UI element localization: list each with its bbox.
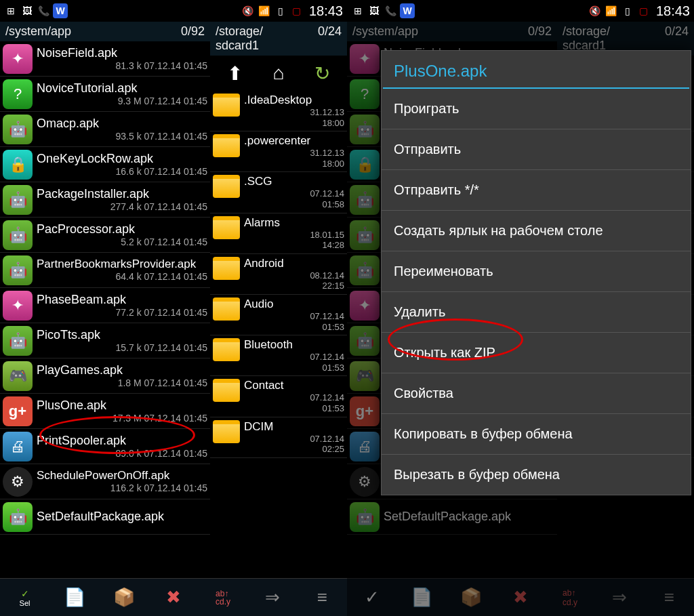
toolbar: ✓Sel 📄 📦 ✖ ab↑cd.y ⇒ ≡ (0, 578, 347, 616)
file-meta: 81.3 k 07.12.14 01:45 (37, 60, 207, 71)
context-menu-item[interactable]: Открыть как ZIP (382, 333, 691, 373)
app-icon: 🖨 (3, 432, 33, 461)
file-row[interactable]: ⚙ SchedulePowerOnOff.apk 116.2 k 07.12.1… (0, 464, 210, 499)
file-name: PicoTts.apk (37, 328, 207, 342)
forward-button[interactable]: ⇒ (258, 583, 287, 613)
folder-meta: 07.12.1401:53 (244, 352, 344, 373)
context-menu-item[interactable]: Переименовать (382, 251, 691, 292)
folder-row[interactable]: Contact 07.12.1401:53 (210, 376, 347, 417)
file-row[interactable]: 🖨 PrintSpooler.apk 89.0 k 07.12.14 01:45 (0, 429, 210, 464)
app-icon: 🤖 (350, 220, 380, 250)
folder-row[interactable]: .IdeaDesktop 31.12.1318:00 (210, 91, 347, 131)
file-meta: 1.8 M 07.12.14 01:45 (37, 377, 207, 388)
file-row[interactable]: ✦ PhaseBeam.apk 77.2 k 07.12.14 01:45 (0, 288, 210, 323)
app-icon: ⚙ (350, 467, 380, 497)
app-icon: 🖨 (350, 432, 380, 461)
file-name: SetDefaultPackage.apk (37, 510, 207, 524)
app-icon: ⚙ (3, 467, 33, 497)
file-row[interactable]: 🤖 Omacp.apk 93.5 k 07.12.14 01:45 (0, 112, 210, 147)
context-menu-item[interactable]: Отправить */* (382, 170, 691, 211)
folder-meta: 08.12.1422:15 (244, 270, 344, 291)
notif-icon: 📞 (384, 4, 397, 18)
copy-button[interactable]: 📄 (60, 583, 89, 613)
app-icon: ✦ (3, 44, 33, 74)
app-icon: 🤖 (3, 255, 33, 285)
app-icon: 🤖 (350, 115, 380, 144)
folder-name: .SCG (244, 175, 344, 188)
file-name: PlusOne.apk (37, 398, 207, 413)
archive-button[interactable]: 📦 (109, 583, 139, 613)
folder-meta: 07.12.1401:53 (244, 392, 344, 413)
folder-meta: 31.12.1318:00 (244, 148, 344, 169)
pane-header: /storage/ 0/24 sdcard1 (210, 22, 347, 56)
folder-name: DCIM (244, 420, 344, 434)
folder-row[interactable]: Android 08.12.1422:15 (210, 254, 347, 295)
context-menu-item[interactable]: Удалить (382, 292, 691, 333)
up-icon[interactable]: ⬆ (222, 61, 247, 85)
modal-title: PlusOne.apk (382, 51, 691, 87)
path: /system/app (5, 24, 71, 39)
menu-button[interactable]: ≡ (307, 583, 337, 613)
context-menu-item[interactable]: Свойства (382, 373, 691, 414)
folder-icon (213, 257, 240, 280)
clock: 18:43 (309, 3, 343, 19)
context-menu-item[interactable]: Отправить (382, 129, 691, 170)
folder-row[interactable]: .SCG 07.12.1401:58 (210, 172, 347, 213)
status-bar: ⊞ 🖼 📞 W 🔇 📶 ▯ ▢ 18:43 (347, 0, 694, 22)
folder-row[interactable]: Bluetooth 07.12.1401:53 (210, 335, 347, 376)
file-name: PackageInstaller.apk (37, 187, 207, 201)
file-name: NoiseField.apk (37, 46, 207, 60)
sort-button[interactable]: ab↑cd.y (208, 583, 238, 613)
context-menu-item[interactable]: Проиграть (382, 89, 691, 129)
folder-row[interactable]: DCIM 07.12.1402:25 (210, 417, 347, 458)
folder-icon (213, 297, 240, 321)
count: 0/92 (181, 24, 205, 39)
file-row[interactable]: 🤖 SetDefaultPackage.apk (0, 499, 210, 535)
mute-icon: 🔇 (241, 4, 255, 18)
home-icon[interactable]: ⌂ (266, 61, 291, 85)
file-row[interactable]: 🔒 OneKeyLockRow.apk 16.6 k 07.12.14 01:4… (0, 147, 210, 182)
folder-icon (213, 94, 240, 117)
file-name: PrintSpooler.apk (37, 434, 207, 448)
file-name: SetDefaultPackage.apk (384, 510, 554, 524)
notif-icon: 📞 (37, 4, 50, 18)
file-row[interactable]: g+ PlusOne.apk 17.3 M 07.12.14 01:45 (0, 394, 210, 429)
sim-icon: ▯ (621, 4, 634, 18)
file-row[interactable]: ? NoviceTutorial.apk 9.3 M 07.12.14 01:4… (0, 77, 210, 112)
file-name: PlayGames.apk (37, 363, 207, 377)
app-icon: ? (350, 79, 380, 109)
app-icon: 🤖 (3, 115, 33, 144)
file-meta: 16.6 k 07.12.14 01:45 (37, 166, 207, 177)
context-menu-item[interactable]: Вырезать в буфер обмена (382, 455, 691, 495)
file-name: NoviceTutorial.apk (37, 81, 207, 96)
context-menu-item[interactable]: Копировать в буфер обмена (382, 414, 691, 455)
battery-icon: ▢ (290, 4, 304, 18)
toolbar: ✓📄📦 ✖ab↑cd.y ⇒≡ (347, 578, 694, 616)
file-row[interactable]: ✦ NoiseField.apk 81.3 k 07.12.14 01:45 (0, 41, 210, 77)
file-row[interactable]: 🤖 PackageInstaller.apk 277.4 k 07.12.14 … (0, 182, 210, 218)
context-menu-item[interactable]: Создать ярлык на рабочем столе (382, 211, 691, 251)
folder-row[interactable]: Alarms 18.01.1514:28 (210, 213, 347, 254)
image-icon: 🖼 (367, 4, 381, 18)
file-meta: 15.7 k 07.12.14 01:45 (37, 342, 207, 353)
file-row[interactable]: 🎮 PlayGames.apk 1.8 M 07.12.14 01:45 (0, 358, 210, 394)
app-icon: 🤖 (350, 255, 380, 285)
delete-button[interactable]: ✖ (159, 583, 188, 613)
file-meta: 9.3 M 07.12.14 01:45 (37, 96, 207, 106)
app-icon: ✦ (3, 291, 33, 321)
pane-system-app[interactable]: /system/app 0/92 ✦ NoiseField.apk 81.3 k… (0, 22, 210, 578)
pane-sdcard[interactable]: /storage/ 0/24 sdcard1 ⬆ ⌂ ↻ .IdeaDeskto… (210, 22, 347, 578)
refresh-icon[interactable]: ↻ (310, 61, 335, 85)
select-button[interactable]: ✓Sel (10, 583, 40, 613)
folder-meta: 07.12.1401:53 (244, 311, 344, 332)
folder-meta: 31.12.1318:00 (244, 107, 344, 128)
file-row[interactable]: 🤖 PacProcessor.apk 5.2 k 07.12.14 01:45 (0, 218, 210, 253)
folder-row[interactable]: .powercenter 31.12.1318:00 (210, 131, 347, 172)
file-row[interactable]: 🤖 PicoTts.apk 15.7 k 07.12.14 01:45 (0, 323, 210, 358)
folder-row[interactable]: Audio 07.12.1401:53 (210, 295, 347, 335)
file-name: Omacp.apk (37, 117, 207, 131)
wifi-icon: 📶 (258, 4, 271, 18)
file-meta: 17.3 M 07.12.14 01:45 (37, 413, 207, 424)
w-icon: W (400, 3, 415, 18)
file-row[interactable]: 🤖 PartnerBookmarksProvider.apk 64.4 k 07… (0, 253, 210, 288)
